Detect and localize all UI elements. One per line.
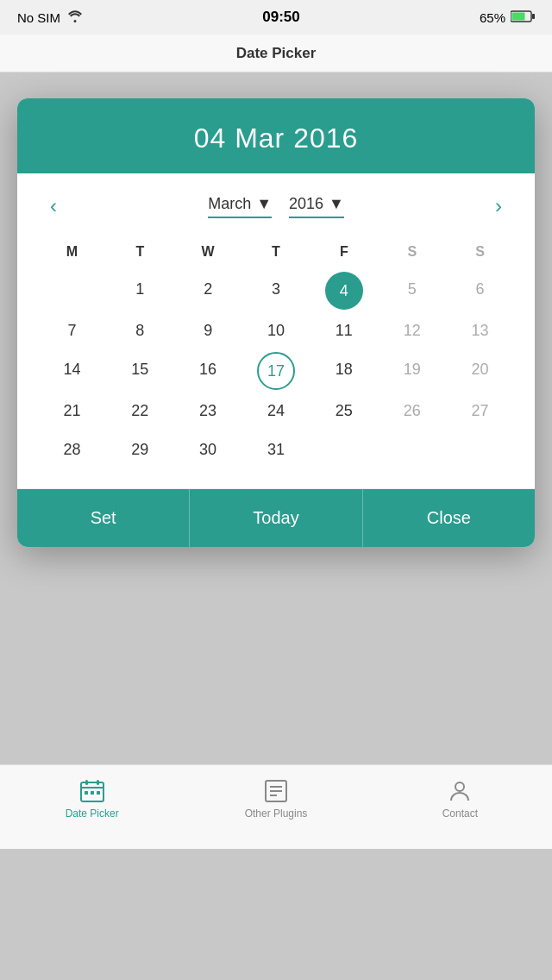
month-select[interactable]: March ▼ <box>208 195 272 218</box>
month-year-selects: March ▼ 2016 ▼ <box>208 195 344 218</box>
calendar-empty-cell <box>446 432 514 468</box>
svg-point-14 <box>455 782 464 791</box>
year-label: 2016 <box>289 195 323 213</box>
svg-rect-6 <box>97 780 99 785</box>
today-button[interactable]: Today <box>190 489 362 547</box>
calendar-day-1[interactable]: 1 <box>106 272 174 310</box>
calendar-day-26[interactable]: 26 <box>378 393 446 429</box>
calendar-day-24[interactable]: 24 <box>242 393 310 429</box>
calendar-day-28[interactable]: 28 <box>38 432 106 468</box>
day-header-fri: F <box>310 239 378 265</box>
modal-header: 04 Mar 2016 <box>17 98 535 173</box>
tab-date-picker-label: Date Picker <box>66 807 119 820</box>
calendar-day-3[interactable]: 3 <box>242 272 310 310</box>
tab-date-picker[interactable]: Date Picker <box>58 778 127 820</box>
next-month-button[interactable]: › <box>483 191 514 222</box>
svg-rect-9 <box>97 791 100 795</box>
svg-rect-2 <box>512 12 525 20</box>
calendar-day-5[interactable]: 5 <box>378 272 446 310</box>
carrier-label: No SIM <box>17 10 60 25</box>
wifi-icon <box>67 10 83 25</box>
nav-bar-title: Date Picker <box>236 45 317 62</box>
calendar-day-16[interactable]: 16 <box>174 352 242 390</box>
day-header-sat: S <box>378 239 446 265</box>
selected-date-display: 04 Mar 2016 <box>34 122 518 154</box>
calendar-day-19[interactable]: 19 <box>378 352 446 390</box>
calendar-area: ‹ March ▼ 2016 ▼ › M T W T <box>17 173 535 488</box>
calendar-day-15[interactable]: 15 <box>106 352 174 390</box>
status-bar-left: No SIM <box>17 10 83 25</box>
calendar-day-11[interactable]: 11 <box>310 313 378 349</box>
month-year-row: ‹ March ▼ 2016 ▼ › <box>38 191 514 222</box>
calendar-day-21[interactable]: 21 <box>38 393 106 429</box>
svg-rect-5 <box>85 780 88 785</box>
calendar-day-7[interactable]: 7 <box>38 313 106 349</box>
calendar-empty-cell <box>310 432 378 468</box>
status-bar: No SIM 09:50 65% <box>0 0 552 35</box>
status-bar-right: 65% <box>480 10 535 25</box>
day-header-tue: T <box>106 239 174 265</box>
calendar-day-25[interactable]: 25 <box>310 393 378 429</box>
month-dropdown-arrow: ▼ <box>256 195 272 213</box>
status-bar-time: 09:50 <box>262 9 299 26</box>
calendar-day-27[interactable]: 27 <box>446 393 514 429</box>
calendar-day-2[interactable]: 2 <box>174 272 242 310</box>
calendar-day-10[interactable]: 10 <box>242 313 310 349</box>
calendar-day-31[interactable]: 31 <box>242 432 310 468</box>
day-header-mon: M <box>38 239 106 265</box>
calendar-day-6[interactable]: 6 <box>446 272 514 310</box>
calendar-day-29[interactable]: 29 <box>106 432 174 468</box>
nav-bar: Date Picker <box>0 35 552 72</box>
calendar-day-23[interactable]: 23 <box>174 393 242 429</box>
day-header-thu: T <box>242 239 310 265</box>
calendar-empty-cell <box>378 432 446 468</box>
tab-bar: Date Picker Other Plugins Contact <box>0 764 552 849</box>
set-button[interactable]: Set <box>17 489 190 547</box>
tab-other-plugins-label: Other Plugins <box>245 807 308 820</box>
calendar-day-18[interactable]: 18 <box>310 352 378 390</box>
year-dropdown-arrow: ▼ <box>329 195 344 213</box>
tab-contact-label: Contact <box>442 807 478 820</box>
svg-rect-8 <box>91 791 94 795</box>
svg-rect-1 <box>532 14 535 19</box>
calendar-day-13[interactable]: 13 <box>446 313 514 349</box>
calendar-day-12[interactable]: 12 <box>378 313 446 349</box>
calendar-day-20[interactable]: 20 <box>446 352 514 390</box>
calendar-day-30[interactable]: 30 <box>174 432 242 468</box>
svg-rect-7 <box>85 791 88 795</box>
datepicker-modal: 04 Mar 2016 ‹ March ▼ 2016 ▼ › <box>17 98 535 547</box>
action-buttons: Set Today Close <box>17 488 535 547</box>
calendar-grid: 1234567891011121314151617181920212223242… <box>38 272 514 468</box>
day-headers: M T W T F S S <box>38 239 514 265</box>
calendar-day-22[interactable]: 22 <box>106 393 174 429</box>
calendar-day-4[interactable]: 4 <box>325 272 363 310</box>
calendar-empty-cell <box>38 272 106 310</box>
day-header-sun: S <box>446 239 514 265</box>
tab-contact[interactable]: Contact <box>425 778 494 820</box>
main-content: Open Date Picker Popup 04 Mar 2016 ‹ Mar… <box>0 72 552 849</box>
day-header-wed: W <box>174 239 242 265</box>
year-select[interactable]: 2016 ▼ <box>289 195 344 218</box>
calendar-day-14[interactable]: 14 <box>38 352 106 390</box>
calendar-day-9[interactable]: 9 <box>174 313 242 349</box>
month-label: March <box>208 195 251 213</box>
calendar-day-17[interactable]: 17 <box>257 352 295 390</box>
close-button[interactable]: Close <box>363 489 535 547</box>
battery-icon <box>511 10 535 25</box>
prev-month-button[interactable]: ‹ <box>38 191 69 222</box>
calendar-day-8[interactable]: 8 <box>106 313 174 349</box>
tab-other-plugins[interactable]: Other Plugins <box>242 778 310 820</box>
battery-percentage: 65% <box>480 10 505 25</box>
